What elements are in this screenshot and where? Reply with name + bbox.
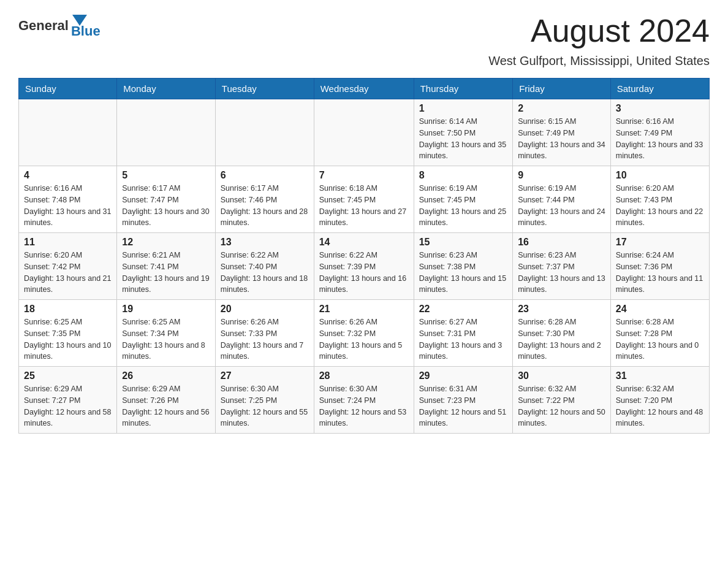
day-info: Sunrise: 6:23 AMSunset: 7:37 PMDaylight:… — [518, 250, 605, 296]
day-info: Sunrise: 6:23 AMSunset: 7:38 PMDaylight:… — [419, 250, 507, 296]
calendar-header-monday: Monday — [117, 79, 216, 99]
calendar-cell: 3Sunrise: 6:16 AMSunset: 7:49 PMDaylight… — [610, 99, 709, 166]
day-info: Sunrise: 6:14 AMSunset: 7:50 PMDaylight:… — [419, 116, 507, 162]
day-number: 9 — [518, 170, 605, 181]
calendar-cell: 13Sunrise: 6:22 AMSunset: 7:40 PMDayligh… — [215, 233, 314, 300]
day-number: 29 — [419, 370, 507, 381]
day-info: Sunrise: 6:26 AMSunset: 7:33 PMDaylight:… — [221, 316, 309, 362]
day-info: Sunrise: 6:19 AMSunset: 7:44 PMDaylight:… — [518, 183, 605, 229]
calendar-header-sunday: Sunday — [19, 79, 117, 99]
calendar-table: SundayMondayTuesdayWednesdayThursdayFrid… — [18, 78, 710, 434]
day-info: Sunrise: 6:17 AMSunset: 7:47 PMDaylight:… — [122, 183, 210, 229]
day-number: 27 — [221, 370, 309, 381]
day-info: Sunrise: 6:21 AMSunset: 7:41 PMDaylight:… — [122, 250, 210, 296]
calendar-cell: 26Sunrise: 6:29 AMSunset: 7:26 PMDayligh… — [117, 367, 216, 434]
day-info: Sunrise: 6:30 AMSunset: 7:24 PMDaylight:… — [319, 383, 409, 429]
calendar-cell: 10Sunrise: 6:20 AMSunset: 7:43 PMDayligh… — [610, 166, 709, 233]
calendar-cell: 18Sunrise: 6:25 AMSunset: 7:35 PMDayligh… — [19, 300, 117, 367]
calendar-week-4: 18Sunrise: 6:25 AMSunset: 7:35 PMDayligh… — [19, 300, 710, 367]
day-info: Sunrise: 6:16 AMSunset: 7:48 PMDaylight:… — [24, 183, 112, 229]
day-info: Sunrise: 6:15 AMSunset: 7:49 PMDaylight:… — [518, 116, 605, 162]
calendar-week-3: 11Sunrise: 6:20 AMSunset: 7:42 PMDayligh… — [19, 233, 710, 300]
calendar-cell — [215, 99, 314, 166]
title-section: August 2024 — [531, 12, 710, 49]
day-info: Sunrise: 6:19 AMSunset: 7:45 PMDaylight:… — [419, 183, 507, 229]
day-number: 12 — [122, 237, 210, 248]
day-info: Sunrise: 6:26 AMSunset: 7:32 PMDaylight:… — [319, 316, 409, 362]
calendar-cell: 22Sunrise: 6:27 AMSunset: 7:31 PMDayligh… — [414, 300, 512, 367]
calendar-cell: 15Sunrise: 6:23 AMSunset: 7:38 PMDayligh… — [414, 233, 512, 300]
calendar-cell: 19Sunrise: 6:25 AMSunset: 7:34 PMDayligh… — [117, 300, 216, 367]
day-info: Sunrise: 6:32 AMSunset: 7:22 PMDaylight:… — [518, 383, 605, 429]
calendar-cell: 29Sunrise: 6:31 AMSunset: 7:23 PMDayligh… — [414, 367, 512, 434]
calendar-week-2: 4Sunrise: 6:16 AMSunset: 7:48 PMDaylight… — [19, 166, 710, 233]
day-number: 2 — [518, 103, 605, 114]
day-number: 22 — [419, 304, 507, 315]
day-info: Sunrise: 6:31 AMSunset: 7:23 PMDaylight:… — [419, 383, 507, 429]
calendar-header-thursday: Thursday — [414, 79, 512, 99]
calendar-header-friday: Friday — [513, 79, 611, 99]
day-info: Sunrise: 6:29 AMSunset: 7:26 PMDaylight:… — [122, 383, 210, 429]
day-number: 31 — [616, 370, 704, 381]
day-info: Sunrise: 6:18 AMSunset: 7:45 PMDaylight:… — [319, 183, 409, 229]
calendar-cell: 12Sunrise: 6:21 AMSunset: 7:41 PMDayligh… — [117, 233, 216, 300]
day-info: Sunrise: 6:32 AMSunset: 7:20 PMDaylight:… — [616, 383, 704, 429]
calendar-cell: 8Sunrise: 6:19 AMSunset: 7:45 PMDaylight… — [414, 166, 512, 233]
calendar-cell: 24Sunrise: 6:28 AMSunset: 7:28 PMDayligh… — [610, 300, 709, 367]
day-info: Sunrise: 6:16 AMSunset: 7:49 PMDaylight:… — [616, 116, 704, 162]
day-number: 19 — [122, 304, 210, 315]
day-number: 3 — [616, 103, 704, 114]
calendar-cell: 11Sunrise: 6:20 AMSunset: 7:42 PMDayligh… — [19, 233, 117, 300]
calendar-cell: 23Sunrise: 6:28 AMSunset: 7:30 PMDayligh… — [513, 300, 611, 367]
day-number: 5 — [122, 170, 210, 181]
calendar-cell: 21Sunrise: 6:26 AMSunset: 7:32 PMDayligh… — [314, 300, 414, 367]
logo-blue: Blue — [71, 23, 100, 39]
day-info: Sunrise: 6:17 AMSunset: 7:46 PMDaylight:… — [221, 183, 309, 229]
calendar-cell: 4Sunrise: 6:16 AMSunset: 7:48 PMDaylight… — [19, 166, 117, 233]
day-number: 8 — [419, 170, 507, 181]
day-info: Sunrise: 6:22 AMSunset: 7:39 PMDaylight:… — [319, 250, 409, 296]
calendar-cell — [117, 99, 216, 166]
calendar-cell: 5Sunrise: 6:17 AMSunset: 7:47 PMDaylight… — [117, 166, 216, 233]
day-number: 11 — [24, 237, 112, 248]
day-number: 17 — [616, 237, 704, 248]
day-info: Sunrise: 6:25 AMSunset: 7:35 PMDaylight:… — [24, 316, 112, 362]
day-number: 25 — [24, 370, 112, 381]
day-number: 15 — [419, 237, 507, 248]
day-number: 1 — [419, 103, 507, 114]
month-title: August 2024 — [531, 12, 710, 49]
day-info: Sunrise: 6:20 AMSunset: 7:43 PMDaylight:… — [616, 183, 704, 229]
day-info: Sunrise: 6:20 AMSunset: 7:42 PMDaylight:… — [24, 250, 112, 296]
day-number: 10 — [616, 170, 704, 181]
day-info: Sunrise: 6:30 AMSunset: 7:25 PMDaylight:… — [221, 383, 309, 429]
day-number: 24 — [616, 304, 704, 315]
calendar-cell: 2Sunrise: 6:15 AMSunset: 7:49 PMDaylight… — [513, 99, 611, 166]
day-number: 26 — [122, 370, 210, 381]
logo: General Blue — [18, 12, 100, 39]
location-title: West Gulfport, Mississippi, United State… — [18, 54, 710, 68]
calendar-header-row: SundayMondayTuesdayWednesdayThursdayFrid… — [19, 79, 710, 99]
day-info: Sunrise: 6:28 AMSunset: 7:30 PMDaylight:… — [518, 316, 605, 362]
calendar-header-saturday: Saturday — [610, 79, 709, 99]
calendar-cell: 14Sunrise: 6:22 AMSunset: 7:39 PMDayligh… — [314, 233, 414, 300]
day-info: Sunrise: 6:29 AMSunset: 7:27 PMDaylight:… — [24, 383, 112, 429]
day-number: 7 — [319, 170, 409, 181]
day-number: 21 — [319, 304, 409, 315]
calendar-cell: 28Sunrise: 6:30 AMSunset: 7:24 PMDayligh… — [314, 367, 414, 434]
calendar-cell: 6Sunrise: 6:17 AMSunset: 7:46 PMDaylight… — [215, 166, 314, 233]
calendar-cell: 25Sunrise: 6:29 AMSunset: 7:27 PMDayligh… — [19, 367, 117, 434]
calendar-week-1: 1Sunrise: 6:14 AMSunset: 7:50 PMDaylight… — [19, 99, 710, 166]
header: General Blue August 2024 — [18, 12, 710, 49]
calendar-cell: 27Sunrise: 6:30 AMSunset: 7:25 PMDayligh… — [215, 367, 314, 434]
calendar-cell: 30Sunrise: 6:32 AMSunset: 7:22 PMDayligh… — [513, 367, 611, 434]
calendar-cell: 7Sunrise: 6:18 AMSunset: 7:45 PMDaylight… — [314, 166, 414, 233]
calendar-week-5: 25Sunrise: 6:29 AMSunset: 7:27 PMDayligh… — [19, 367, 710, 434]
day-number: 18 — [24, 304, 112, 315]
calendar-cell: 9Sunrise: 6:19 AMSunset: 7:44 PMDaylight… — [513, 166, 611, 233]
day-number: 14 — [319, 237, 409, 248]
calendar-cell — [19, 99, 117, 166]
calendar-cell: 16Sunrise: 6:23 AMSunset: 7:37 PMDayligh… — [513, 233, 611, 300]
day-info: Sunrise: 6:28 AMSunset: 7:28 PMDaylight:… — [616, 316, 704, 362]
day-number: 20 — [221, 304, 309, 315]
day-number: 16 — [518, 237, 605, 248]
